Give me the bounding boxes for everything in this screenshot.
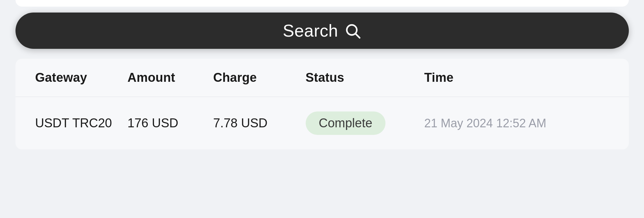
header-gateway: Gateway bbox=[35, 71, 128, 85]
table-header: Gateway Amount Charge Status Time bbox=[15, 59, 629, 97]
status-badge: Complete bbox=[306, 111, 386, 135]
cell-charge: 7.78 USD bbox=[213, 116, 306, 130]
search-icon bbox=[344, 22, 361, 39]
header-status: Status bbox=[306, 71, 424, 85]
table-section: Gateway Amount Charge Status Time USDT T… bbox=[15, 59, 629, 149]
top-card bbox=[15, 0, 629, 7]
table-row: USDT TRC20 176 USD 7.78 USD Complete 21 … bbox=[15, 97, 629, 149]
cell-amount: 176 USD bbox=[128, 116, 213, 130]
cell-gateway: USDT TRC20 bbox=[35, 116, 128, 130]
search-bar-inner: Search bbox=[283, 21, 361, 41]
search-bar[interactable]: Search bbox=[15, 13, 629, 49]
search-label: Search bbox=[283, 21, 338, 41]
header-charge: Charge bbox=[213, 71, 306, 85]
cell-status: Complete bbox=[306, 111, 424, 135]
header-time: Time bbox=[424, 71, 609, 85]
svg-line-1 bbox=[356, 34, 360, 38]
cell-time: 21 May 2024 12:52 AM bbox=[424, 116, 609, 130]
header-amount: Amount bbox=[128, 71, 213, 85]
page-wrapper: Search Gateway Amount Charge Status Time… bbox=[0, 0, 644, 218]
